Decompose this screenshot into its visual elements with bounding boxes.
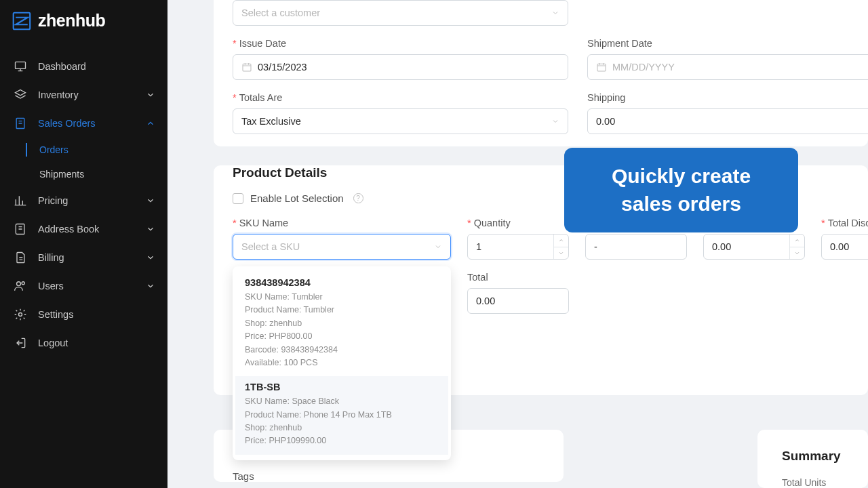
chevron-down-icon: [551, 9, 559, 17]
sidebar-sub-label: Shipments: [39, 169, 84, 180]
quantity-label: *Quantity: [467, 218, 569, 228]
file-icon: [14, 251, 27, 264]
chevron-down-icon: [434, 243, 442, 251]
sku-option-meta: SKU Name: Space Black Product Name: Phon…: [245, 395, 439, 448]
stepper-down-icon[interactable]: [790, 247, 804, 260]
receipt-icon: [14, 117, 27, 130]
chart-icon: [14, 194, 27, 207]
sidebar-item-label: Billing: [38, 252, 64, 263]
sidebar-item-label: Settings: [38, 309, 73, 320]
price-value: 0.00: [704, 241, 739, 252]
info-icon[interactable]: ?: [353, 193, 363, 203]
sku-label: *SKU Name: [233, 218, 451, 228]
sku-placeholder: Select a SKU: [241, 241, 300, 252]
calendar-icon: [241, 62, 252, 73]
quantity-value: 1: [468, 241, 490, 252]
shipment-date-input[interactable]: MM/DD/YYYY: [587, 54, 868, 80]
svg-point-3: [17, 282, 21, 286]
tags-label: Tags: [233, 470, 545, 482]
available-input: -: [585, 234, 687, 260]
promo-callout: Quickly create sales orders: [564, 148, 798, 232]
summary-title: Summary: [782, 449, 844, 464]
sku-option[interactable]: 1TB-SB SKU Name: Space Black Product Nam…: [235, 376, 448, 455]
chevron-down-icon: [146, 224, 155, 234]
customer-select[interactable]: Select a customer: [233, 0, 568, 26]
layers-icon: [14, 88, 27, 102]
sidebar-item-label: Logout: [38, 338, 68, 348]
logout-icon: [14, 336, 27, 350]
sidebar-item-label: Pricing: [38, 195, 68, 206]
issue-date-label: *Issue Date: [233, 38, 568, 49]
sku-option-code: 1TB-SB: [245, 382, 439, 392]
issue-date-value: 03/15/2023: [258, 62, 307, 73]
shipment-date-placeholder: MM/DD/YYYY: [612, 62, 675, 73]
svg-point-4: [22, 282, 24, 285]
shipment-date-label: Shipment Date: [587, 38, 868, 49]
sidebar-item-pricing[interactable]: Pricing: [0, 186, 167, 215]
users-icon: [14, 279, 27, 293]
sidebar: zhenhub Dashboard Inventory Sales Orders: [0, 0, 167, 488]
sidebar-item-dashboard[interactable]: Dashboard: [0, 52, 167, 81]
monitor-icon: [14, 60, 27, 73]
summary-total-units-label: Total Units: [782, 477, 844, 488]
sidebar-sub-label: Orders: [39, 144, 68, 155]
sidebar-sub-orders[interactable]: Orders: [27, 138, 167, 162]
callout-line: Quickly create: [583, 163, 779, 190]
sidebar-item-inventory[interactable]: Inventory: [0, 81, 167, 109]
total-disc-value: 0.00: [830, 241, 849, 252]
sku-select[interactable]: Select a SKU: [233, 234, 451, 260]
svg-rect-6: [243, 64, 251, 71]
sidebar-item-label: Dashboard: [38, 61, 86, 72]
available-value: -: [594, 241, 597, 252]
quantity-stepper[interactable]: 1: [467, 234, 569, 260]
chevron-down-icon: [551, 117, 559, 125]
total-input[interactable]: 0.00: [467, 288, 569, 314]
svg-point-5: [19, 313, 22, 317]
svg-rect-1: [16, 62, 26, 68]
shipping-input[interactable]: 0.00: [587, 108, 868, 134]
totals-are-value: Tax Exclusive: [241, 116, 301, 127]
shipping-label: Shipping: [587, 92, 868, 103]
totals-are-label: *Totals Are: [233, 92, 568, 103]
sidebar-nav: Dashboard Inventory Sales Orders Orde: [0, 47, 167, 363]
stepper-down-icon[interactable]: [554, 247, 568, 260]
enable-lot-checkbox[interactable]: [233, 193, 243, 204]
sidebar-item-label: Users: [38, 281, 64, 291]
stepper-up-icon[interactable]: [790, 235, 804, 247]
customer-placeholder: Select a customer: [241, 7, 320, 18]
total-disc-input[interactable]: 0.00: [821, 234, 868, 260]
chevron-up-icon: [146, 119, 155, 128]
shipping-value: 0.00: [596, 116, 615, 127]
brand-name: zhenhub: [38, 11, 105, 30]
sidebar-item-logout[interactable]: Logout: [0, 329, 167, 357]
chevron-down-icon: [146, 90, 155, 100]
total-label: Total: [467, 272, 569, 283]
sku-option-code: 938438942384: [245, 277, 439, 288]
brand-mark-icon: [12, 12, 31, 30]
sidebar-item-billing[interactable]: Billing: [0, 243, 167, 272]
svg-rect-7: [597, 64, 606, 71]
sidebar-item-users[interactable]: Users: [0, 272, 167, 300]
callout-line: sales orders: [583, 190, 779, 218]
sidebar-item-settings[interactable]: Settings: [0, 300, 167, 329]
sidebar-item-sales-orders[interactable]: Sales Orders: [0, 109, 167, 138]
sku-option-meta: SKU Name: Tumbler Product Name: Tumbler …: [245, 291, 439, 369]
price-stepper[interactable]: 0.00: [703, 234, 805, 260]
summary-card: Summary Total Units: [757, 430, 868, 488]
sidebar-submenu-sales-orders: Orders Shipments: [0, 138, 167, 186]
stepper-up-icon[interactable]: [554, 235, 568, 247]
main-content: Select a customer *Issue Date 03/15/2023: [167, 0, 868, 488]
order-header-card: Select a customer *Issue Date 03/15/2023: [214, 0, 868, 146]
calendar-icon: [596, 62, 607, 73]
totals-are-select[interactable]: Tax Exclusive: [233, 108, 568, 134]
sidebar-item-address-book[interactable]: Address Book: [0, 215, 167, 243]
enable-lot-label: Enable Lot Selection: [250, 192, 344, 204]
total-value: 0.00: [476, 296, 495, 306]
sidebar-item-label: Inventory: [38, 89, 79, 100]
total-disc-label: *Total Disc: [821, 218, 868, 228]
book-icon: [14, 222, 27, 236]
gear-icon: [14, 308, 27, 321]
sku-option[interactable]: 938438942384 SKU Name: Tumbler Product N…: [235, 272, 448, 376]
issue-date-input[interactable]: 03/15/2023: [233, 54, 568, 80]
sidebar-sub-shipments[interactable]: Shipments: [27, 162, 167, 186]
